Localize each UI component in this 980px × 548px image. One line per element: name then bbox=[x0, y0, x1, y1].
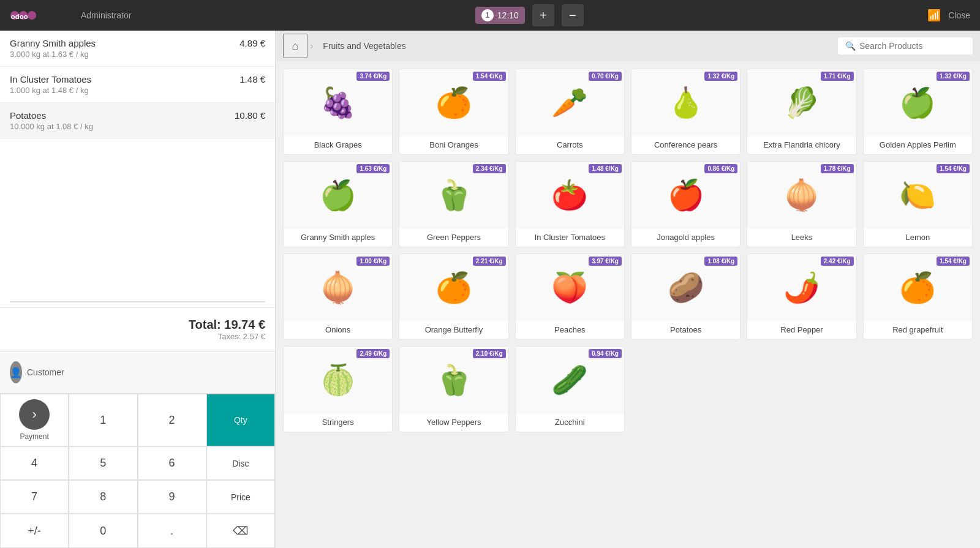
product-grid: 3.74 €/Kg 🍇 Black Grapes 1.54 €/Kg 🍊 Bon… bbox=[276, 61, 980, 548]
wifi-icon: 📶 bbox=[927, 9, 941, 22]
search-icon: 🔍 bbox=[845, 41, 856, 51]
order-item[interactable]: Granny Smith apples 4.89 € 3.000 kg at 1… bbox=[0, 31, 275, 67]
product-emoji: 🍅 bbox=[551, 181, 588, 210]
num-7-button[interactable]: 7 bbox=[0, 480, 69, 514]
price-badge: 0.70 €/Kg bbox=[589, 72, 622, 81]
price-badge: 3.97 €/Kg bbox=[589, 257, 622, 266]
session-time: 12:10 bbox=[497, 10, 519, 20]
order-item[interactable]: In Cluster Tomatoes 1.48 € 1.000 kg at 1… bbox=[0, 67, 275, 103]
product-card[interactable]: 3.97 €/Kg 🍑 Peaches bbox=[515, 253, 625, 340]
product-name: Orange Butterfly bbox=[399, 321, 508, 339]
numpad-top: 👤 Customer bbox=[0, 351, 275, 394]
price-badge: 0.94 €/Kg bbox=[589, 349, 622, 358]
odoo-logo: odoo bbox=[10, 6, 37, 24]
product-image-wrap: 1.32 €/Kg 🍐 bbox=[631, 69, 740, 137]
price-mode-button[interactable]: Price bbox=[206, 480, 275, 514]
product-card[interactable]: 0.70 €/Kg 🥕 Carrots bbox=[515, 69, 625, 155]
product-card[interactable]: 1.32 €/Kg 🍐 Conference pears bbox=[631, 69, 741, 155]
session-button[interactable]: 1 12:10 bbox=[475, 7, 525, 24]
price-badge: 2.34 €/Kg bbox=[473, 164, 506, 173]
num-4-button[interactable]: 4 bbox=[0, 446, 69, 480]
dot-button[interactable]: . bbox=[138, 514, 206, 548]
product-card[interactable]: 2.21 €/Kg 🍊 Orange Butterfly bbox=[399, 253, 508, 340]
product-image-wrap: 1.71 €/Kg 🥬 bbox=[747, 69, 856, 137]
product-card[interactable]: 1.54 €/Kg 🍋 Lemon bbox=[863, 161, 973, 247]
item-name: Granny Smith apples bbox=[10, 38, 96, 48]
product-card[interactable]: 1.78 €/Kg 🧅 Leeks bbox=[747, 161, 856, 247]
payment-label: Payment bbox=[20, 432, 48, 441]
product-card[interactable]: 1.48 €/Kg 🍅 In Cluster Tomatoes bbox=[515, 161, 625, 247]
item-name: Potatoes bbox=[10, 110, 46, 121]
product-card[interactable]: 2.49 €/Kg 🍈 Stringers bbox=[283, 346, 393, 432]
price-badge: 1.00 €/Kg bbox=[356, 257, 390, 266]
product-name: In Cluster Tomatoes bbox=[516, 229, 624, 247]
remove-order-button[interactable]: − bbox=[562, 4, 584, 26]
product-emoji: 🍋 bbox=[899, 181, 936, 210]
product-card[interactable]: 1.54 €/Kg 🍊 Boni Oranges bbox=[399, 69, 508, 155]
product-card[interactable]: 0.86 €/Kg 🍎 Jonagold apples bbox=[631, 161, 741, 247]
product-emoji: 🧅 bbox=[783, 181, 820, 210]
close-button[interactable]: Close bbox=[948, 10, 970, 20]
product-card[interactable]: 1.63 €/Kg 🍏 Granny Smith apples bbox=[283, 161, 393, 247]
product-image-wrap: 1.08 €/Kg 🥔 bbox=[631, 254, 740, 321]
product-card[interactable]: 0.94 €/Kg 🥒 Zucchini bbox=[515, 346, 625, 432]
item-name: In Cluster Tomatoes bbox=[10, 74, 91, 84]
add-order-button[interactable]: + bbox=[532, 4, 554, 26]
main-layout: Granny Smith apples 4.89 € 3.000 kg at 1… bbox=[0, 31, 980, 548]
customer-button[interactable]: 👤 Customer bbox=[0, 356, 67, 388]
product-image-wrap: 1.54 €/Kg 🍊 bbox=[864, 254, 972, 321]
breadcrumb-category[interactable]: Fruits and Vegetables bbox=[315, 36, 413, 56]
breadcrumb-bar: ⌂ › Fruits and Vegetables 🔍 bbox=[276, 31, 980, 61]
search-input[interactable] bbox=[859, 41, 957, 51]
num-5-button[interactable]: 5 bbox=[69, 446, 137, 480]
customer-label: Customer bbox=[27, 367, 64, 377]
item-price: 4.89 € bbox=[239, 38, 265, 48]
product-card[interactable]: 2.34 €/Kg 🫑 Green Peppers bbox=[399, 161, 508, 247]
product-name: Granny Smith apples bbox=[284, 229, 392, 247]
backspace-button[interactable]: ⌫ bbox=[206, 514, 275, 548]
num-1-button[interactable]: 1 bbox=[69, 394, 137, 446]
admin-label: Administrator bbox=[81, 10, 131, 20]
num-6-button[interactable]: 6 bbox=[138, 446, 206, 480]
home-button[interactable]: ⌂ bbox=[283, 34, 307, 58]
numpad-grid: › Payment 1 2 Qty 4 5 6 Disc 7 8 9 Price… bbox=[0, 394, 275, 548]
product-card[interactable]: 1.71 €/Kg 🥬 Extra Flandria chicory bbox=[747, 69, 856, 155]
product-card[interactable]: 2.42 €/Kg 🌶️ Red Pepper bbox=[747, 253, 856, 340]
product-card[interactable]: 1.00 €/Kg 🧅 Onions bbox=[283, 253, 393, 340]
product-image-wrap: 1.54 €/Kg 🍋 bbox=[864, 162, 972, 229]
product-image-wrap: 2.42 €/Kg 🌶️ bbox=[747, 254, 856, 321]
num-2-button[interactable]: 2 bbox=[138, 394, 206, 446]
payment-circle: › bbox=[19, 399, 50, 430]
num-8-button[interactable]: 8 bbox=[69, 480, 137, 514]
price-badge: 1.08 €/Kg bbox=[704, 257, 737, 266]
product-name: Golden Apples Perlim bbox=[864, 137, 972, 154]
item-price: 10.80 € bbox=[235, 110, 265, 121]
product-name: Extra Flandria chicory bbox=[747, 137, 856, 154]
svg-text:odoo: odoo bbox=[11, 13, 28, 20]
payment-button[interactable]: › Payment bbox=[0, 394, 69, 446]
price-badge: 1.48 €/Kg bbox=[589, 164, 622, 173]
right-panel: ⌂ › Fruits and Vegetables 🔍 3.74 €/Kg 🍇 … bbox=[276, 31, 980, 548]
disc-mode-button[interactable]: Disc bbox=[206, 446, 275, 480]
product-name: Red grapefruit bbox=[864, 321, 972, 339]
product-name: Green Peppers bbox=[399, 229, 508, 247]
product-card[interactable]: 2.10 €/Kg 🫑 Yellow Peppers bbox=[399, 346, 508, 432]
product-name: Red Pepper bbox=[747, 321, 856, 339]
order-item[interactable]: Potatoes 10.80 € 10.000 kg at 1.08 € / k… bbox=[0, 103, 275, 139]
order-lines: Granny Smith apples 4.89 € 3.000 kg at 1… bbox=[0, 31, 275, 296]
price-badge: 1.54 €/Kg bbox=[473, 72, 506, 81]
product-card[interactable]: 3.74 €/Kg 🍇 Black Grapes bbox=[283, 69, 393, 155]
qty-mode-button[interactable]: Qty bbox=[206, 394, 275, 446]
product-emoji: 🍐 bbox=[668, 88, 704, 118]
num-0-button[interactable]: 0 bbox=[69, 514, 137, 548]
product-emoji: 🍑 bbox=[551, 273, 588, 302]
product-emoji: 🥒 bbox=[551, 366, 588, 395]
plusminus-button[interactable]: +/- bbox=[0, 514, 69, 548]
product-name: Lemon bbox=[864, 229, 972, 247]
num-9-button[interactable]: 9 bbox=[138, 480, 206, 514]
product-name: Leeks bbox=[747, 229, 856, 247]
total-amount: Total: 19.74 € bbox=[10, 318, 265, 332]
product-card[interactable]: 1.32 €/Kg 🍏 Golden Apples Perlim bbox=[863, 69, 973, 155]
product-card[interactable]: 1.54 €/Kg 🍊 Red grapefruit bbox=[863, 253, 973, 340]
product-card[interactable]: 1.08 €/Kg 🥔 Potatoes bbox=[631, 253, 741, 340]
